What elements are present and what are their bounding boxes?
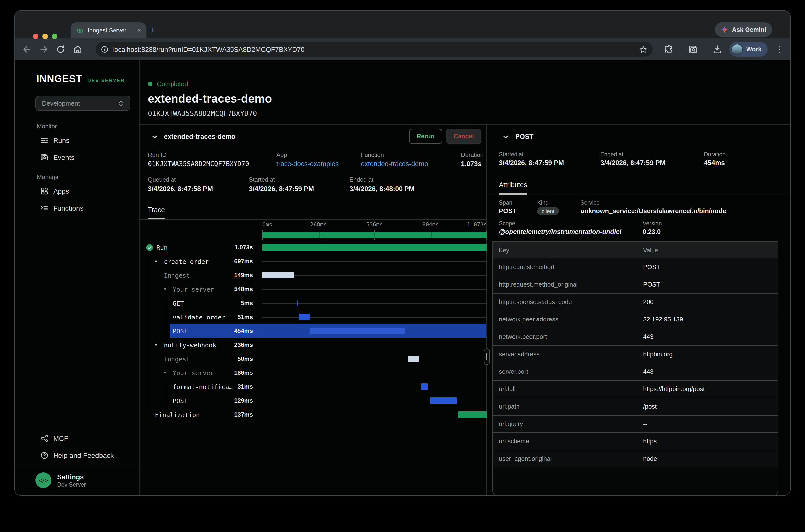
- timeline-track: [262, 289, 486, 289]
- reload-icon[interactable]: [56, 44, 66, 54]
- timeline-track: [262, 345, 486, 345]
- meta-field: Run ID01KJXTWA35SA8D2MCQF7BXYD70: [148, 151, 276, 168]
- browser-menu-icon[interactable]: ⋮: [775, 45, 784, 54]
- collapse-caret-icon[interactable]: ▾: [164, 370, 170, 375]
- attribute-row[interactable]: server.addresshttpbin.org: [493, 345, 778, 363]
- events-icon: [40, 153, 48, 161]
- attribute-value: POST: [643, 264, 772, 270]
- back-icon[interactable]: [22, 44, 32, 54]
- tab-attributes[interactable]: Attributes: [499, 181, 527, 195]
- attribute-value: /post: [643, 403, 772, 410]
- attribute-row[interactable]: network.peer.port443: [493, 328, 778, 345]
- span-bar[interactable]: [422, 383, 428, 390]
- panel-resize-handle[interactable]: [484, 348, 490, 365]
- attribute-row[interactable]: user_agent.originalnode: [493, 450, 778, 467]
- span-bar[interactable]: [409, 356, 419, 362]
- url-text[interactable]: localhost:8288/run?runID=01KJXTWA35SA8D2…: [113, 45, 635, 53]
- attribute-value: 443: [643, 368, 772, 375]
- browser-tab[interactable]: Inngest Server ×: [71, 22, 146, 38]
- trace-row-run[interactable]: Run1.073s: [140, 240, 486, 254]
- timeline-minimap[interactable]: [262, 230, 487, 240]
- axis-tick-label: 804ms: [423, 222, 439, 228]
- new-tab-button[interactable]: +: [150, 25, 155, 36]
- trace-row-your-server[interactable]: ▾Your server548ms: [140, 282, 486, 296]
- span-bar[interactable]: [297, 300, 298, 306]
- span-bar[interactable]: [262, 272, 294, 279]
- chevron-down-icon[interactable]: [502, 133, 509, 139]
- close-tab-icon[interactable]: ×: [137, 27, 141, 34]
- close-window-button[interactable]: [33, 34, 38, 39]
- meta-value-link[interactable]: trace-docs-examples: [276, 160, 361, 168]
- ask-gemini-button[interactable]: Ask Gemini: [715, 22, 772, 37]
- trace-row-notify-webhook[interactable]: ▾notify-webhook236ms: [140, 338, 486, 352]
- meta-value-link[interactable]: extended-traces-demo: [361, 160, 461, 168]
- span-name: Inngest: [164, 271, 190, 279]
- forward-icon[interactable]: [39, 44, 49, 54]
- sidebar-item-label: MCP: [53, 435, 69, 442]
- extensions-icon[interactable]: [663, 44, 674, 54]
- span-duration: 454ms: [234, 327, 262, 335]
- attribute-row[interactable]: url.path/post: [493, 398, 778, 415]
- meta-field: Apptrace-docs-examples: [276, 151, 361, 168]
- sidebar-item-help-and-feedback[interactable]: Help and Feedback: [15, 447, 139, 464]
- inngest-app: INNGEST DEV SERVER Development MonitorRu…: [15, 60, 790, 496]
- span-bar[interactable]: [430, 397, 457, 404]
- site-info-icon[interactable]: [100, 45, 109, 53]
- sidebar-item-mcp[interactable]: MCP: [15, 430, 139, 447]
- meta-label: App: [276, 151, 361, 158]
- attribute-row[interactable]: network.peer.address32.192.95.139: [493, 310, 778, 328]
- tab-search-icon[interactable]: [688, 44, 698, 54]
- trace-row-create-order[interactable]: ▾create-order697ms: [140, 254, 486, 268]
- main-content: Completed extended-traces-demo 01KJXTWA3…: [140, 60, 790, 496]
- sidebar-item-events[interactable]: Events: [15, 149, 139, 166]
- minimize-window-button[interactable]: [42, 34, 48, 39]
- environment-select[interactable]: Development: [35, 96, 130, 111]
- trace-row-post[interactable]: POST129ms: [140, 394, 486, 407]
- attribute-row[interactable]: url.schemehttps: [493, 433, 778, 450]
- chevron-down-icon[interactable]: [151, 133, 158, 139]
- service-label: Service: [580, 200, 790, 206]
- attribute-row[interactable]: http.response.status_code200: [493, 293, 778, 310]
- trace-row-validate-order[interactable]: validate-order51ms: [140, 310, 486, 324]
- success-check-icon: [146, 244, 153, 251]
- attribute-row[interactable]: http.request.methodPOST: [493, 258, 778, 276]
- sidebar-item-apps[interactable]: Apps: [15, 183, 139, 200]
- tab-trace[interactable]: Trace: [148, 206, 165, 220]
- collapse-caret-icon[interactable]: ▾: [164, 287, 170, 292]
- span-bar[interactable]: [310, 328, 405, 334]
- sidebar-item-settings[interactable]: </> Settings Dev Server: [15, 464, 139, 496]
- rerun-button[interactable]: Rerun: [409, 129, 442, 144]
- bookmark-star-icon[interactable]: [639, 45, 648, 54]
- attribute-key: url.query: [499, 420, 643, 428]
- sidebar-item-label: Runs: [53, 136, 70, 144]
- collapse-caret-icon[interactable]: ▾: [155, 259, 161, 264]
- browser-profile-chip[interactable]: Work: [729, 42, 768, 57]
- attribute-row[interactable]: url.fullhttps://httpbin.org/post: [493, 380, 778, 398]
- meta-field: Started at3/4/2026, 8:47:59 PM: [499, 151, 600, 167]
- trace-row-inngest[interactable]: Inngest149ms: [140, 268, 486, 282]
- collapse-caret-icon[interactable]: ▾: [155, 342, 161, 347]
- profile-avatar: [731, 43, 743, 55]
- attribute-value: 32.192.95.139: [643, 316, 772, 323]
- meta-field: Ended at3/4/2026, 8:47:59 PM: [600, 151, 704, 167]
- span-bar[interactable]: [299, 314, 310, 320]
- download-icon[interactable]: [712, 44, 722, 54]
- attribute-row[interactable]: server.port443: [493, 363, 778, 380]
- span-name: Finalization: [155, 411, 200, 418]
- attribute-row[interactable]: http.request.method_originalPOST: [493, 276, 778, 293]
- cancel-button[interactable]: Cancel: [446, 129, 482, 144]
- trace-row-finalization[interactable]: Finalization137ms: [140, 407, 486, 421]
- maximize-window-button[interactable]: [52, 34, 57, 39]
- span-bar[interactable]: [262, 244, 487, 251]
- sidebar-item-runs[interactable]: Runs: [15, 132, 139, 149]
- trace-row-format-notifica-[interactable]: format-notifica…31ms: [140, 380, 486, 394]
- sidebar-item-functions[interactable]: Functions: [15, 200, 139, 216]
- trace-row-post[interactable]: POST454ms: [140, 324, 486, 338]
- trace-row-get[interactable]: GET5ms: [140, 296, 486, 310]
- trace-row-your-server[interactable]: ▾Your server186ms: [140, 366, 486, 380]
- home-icon[interactable]: [73, 44, 83, 54]
- span-bar[interactable]: [458, 411, 487, 418]
- address-bar[interactable]: localhost:8288/run?runID=01KJXTWA35SA8D2…: [96, 42, 653, 57]
- attribute-row[interactable]: url.query--: [493, 415, 778, 433]
- trace-row-inngest[interactable]: Inngest50ms: [140, 352, 486, 366]
